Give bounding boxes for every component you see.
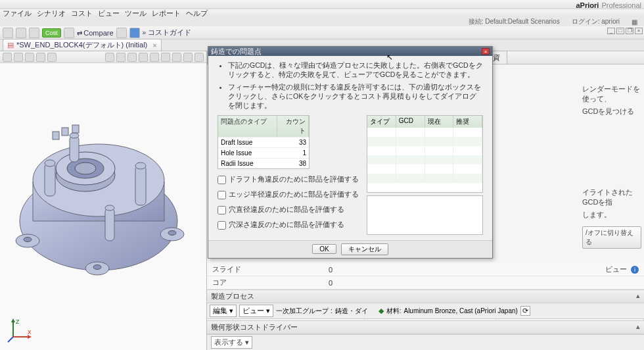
mfg-process-section[interactable]: 製造プロセス▴ xyxy=(207,289,644,303)
show-row: 表示する ▾ xyxy=(207,334,644,350)
material-value: Aluminum Bronze, Cast (aPriori Japan) xyxy=(403,307,517,314)
svg-rect-12 xyxy=(70,136,79,162)
zoom-icon[interactable] xyxy=(127,53,137,62)
menu-bar: ファイル シナリオ コスト ビュー ツール レポート ヘルプ xyxy=(0,9,644,17)
check-draft[interactable]: ドラフト角違反のために部品を評価する xyxy=(218,174,359,184)
svg-rect-21 xyxy=(62,128,68,136)
svg-rect-22 xyxy=(72,125,79,133)
svg-point-17 xyxy=(168,231,176,236)
min-icon[interactable]: _ xyxy=(607,28,615,34)
review-label: ビュー xyxy=(605,264,627,274)
issue-row[interactable]: Draft Issue33 xyxy=(218,137,309,147)
max-icon[interactable]: □ xyxy=(616,28,624,34)
svg-text:z: z xyxy=(16,317,20,325)
compare-button[interactable]: ⇄ Compare xyxy=(77,29,114,37)
close-window-icon[interactable]: × xyxy=(635,28,643,34)
dialog-titlebar[interactable]: 鋳造での問題点 × xyxy=(208,47,492,56)
grid-icon[interactable] xyxy=(36,53,45,62)
menu-tools[interactable]: ツール xyxy=(125,9,147,18)
menu-report[interactable]: レポート xyxy=(152,9,181,18)
menu-scenario[interactable]: シナリオ xyxy=(37,9,66,18)
col-type: タイプ xyxy=(367,116,396,128)
select-icon[interactable] xyxy=(14,53,23,62)
home-icon[interactable] xyxy=(3,53,12,62)
issue-row[interactable]: Radii Issue38 xyxy=(218,158,309,168)
slide-value: 0 xyxy=(291,266,370,274)
file-tab[interactable]: ▤ *SW_END_BLOCK4(デフォルト) (Initial) × xyxy=(3,39,162,51)
svg-line-27 xyxy=(8,337,13,342)
menu-cost[interactable]: コスト xyxy=(71,9,93,18)
rotate-icon[interactable] xyxy=(105,53,114,62)
svg-point-11 xyxy=(105,205,114,211)
undo-icon[interactable] xyxy=(116,28,127,38)
cost-driver-section[interactable]: 幾何形状コストドライバー▴ xyxy=(207,320,644,334)
cost-guide-button[interactable]: » コストガイド xyxy=(143,28,191,38)
core-value: 0 xyxy=(291,279,370,287)
col-gcd: GCD xyxy=(396,116,425,128)
info-icon[interactable]: i xyxy=(631,266,639,274)
dialog-bullets: 下記のGCDは、様々な理由で鋳造プロセスに失敗しました。右側表でGCDをクリック… xyxy=(218,61,483,110)
col-count: カウント xyxy=(277,116,309,137)
side-hints: レンダーモードを使って、 GCDを見つける イライトされたGCDを指 します。 … xyxy=(582,84,641,249)
svg-rect-20 xyxy=(53,132,59,139)
title-bar: aPriori Professional xyxy=(0,0,644,9)
svg-point-13 xyxy=(70,133,79,138)
edit-combo[interactable]: 編集 ▾ xyxy=(210,305,237,317)
svg-rect-8 xyxy=(135,166,146,205)
check-hole-diameter[interactable]: 穴直径違反のために部品を評価する xyxy=(218,205,359,214)
check-hole-depth[interactable]: 穴深さ違反のために部品を評価する xyxy=(218,220,359,230)
cost-button[interactable]: Cost xyxy=(42,28,61,38)
material-combo[interactable]: ⟳ xyxy=(520,306,530,316)
gcd-table: タイプ GCD 現在 推奨 xyxy=(367,115,483,193)
print-icon[interactable] xyxy=(29,28,39,38)
close-tab-icon[interactable]: × xyxy=(152,41,156,49)
col-current: 現在 xyxy=(425,116,454,128)
override-checks: ドラフト角違反のために部品を評価する エッジ半径違反のために部品を評価する 穴直… xyxy=(218,174,359,230)
restore-icon[interactable]: ❐ xyxy=(626,28,633,34)
show-combo[interactable]: 表示する ▾ xyxy=(211,336,252,349)
svg-rect-6 xyxy=(45,163,55,196)
part-render xyxy=(7,103,197,300)
material-icon: ◆ xyxy=(379,307,384,315)
svg-point-15 xyxy=(24,238,32,242)
casting-issues-dialog: 鋳造での問題点 × 下記のGCDは、様々な理由で鋳造プロセスに失敗しました。右側… xyxy=(208,46,493,259)
refresh-icon[interactable] xyxy=(64,28,74,38)
svg-rect-10 xyxy=(105,208,114,241)
conn-settings-icon[interactable]: ▦ xyxy=(632,18,637,26)
cancel-button[interactable]: キャンセル xyxy=(341,243,388,255)
open-icon[interactable] xyxy=(3,28,13,38)
more-icon[interactable] xyxy=(195,53,204,62)
pan-icon[interactable] xyxy=(116,53,126,62)
material-label: 材料: xyxy=(386,307,402,316)
ok-button[interactable]: OK xyxy=(312,244,336,254)
menu-help[interactable]: ヘルプ xyxy=(186,9,208,18)
fit-icon[interactable] xyxy=(139,53,148,62)
notes-box[interactable] xyxy=(367,195,483,235)
svg-point-7 xyxy=(45,160,55,166)
main-toolbar: Cost ⇄ Compare » コストガイド xyxy=(0,26,644,39)
menu-file[interactable]: ファイル xyxy=(3,9,32,18)
svg-point-5 xyxy=(75,162,96,174)
layers-icon[interactable] xyxy=(183,53,193,62)
refresh-view-icon[interactable] xyxy=(47,53,57,62)
axis-triad-icon: z x xyxy=(7,317,33,343)
wire-icon[interactable] xyxy=(172,53,181,62)
toggle-highlight-button[interactable]: /オフに切り替える xyxy=(582,226,641,249)
dialog-close-icon[interactable]: × xyxy=(482,48,490,55)
core-label: コア xyxy=(212,278,291,288)
menu-view[interactable]: ビュー xyxy=(98,9,120,18)
check-edge-radius[interactable]: エッジ半径違反のために部品を評価する xyxy=(218,189,359,199)
issue-table: 問題点のタイプ カウント Draft Issue33 Hole Issue1 R… xyxy=(218,115,310,169)
info-icon[interactable] xyxy=(129,28,140,38)
col-recommend: 推奨 xyxy=(453,116,482,128)
issue-row[interactable]: Hole Issue1 xyxy=(218,147,309,158)
box-icon[interactable] xyxy=(25,53,34,62)
view-combo[interactable]: ビュー ▾ xyxy=(239,305,273,317)
cube-icon[interactable] xyxy=(150,53,159,62)
svg-marker-24 xyxy=(11,318,15,322)
window-controls: _ □ ❐ × xyxy=(607,28,643,34)
shade-icon[interactable] xyxy=(161,53,170,62)
3d-viewport[interactable]: z x xyxy=(0,63,206,350)
process-edit-row: 編集 ▾ ビュー ▾ 一次加工グループ : 鋳造・ダイ ◆ 材料: Alumin… xyxy=(207,303,644,319)
save-icon[interactable] xyxy=(16,28,26,38)
